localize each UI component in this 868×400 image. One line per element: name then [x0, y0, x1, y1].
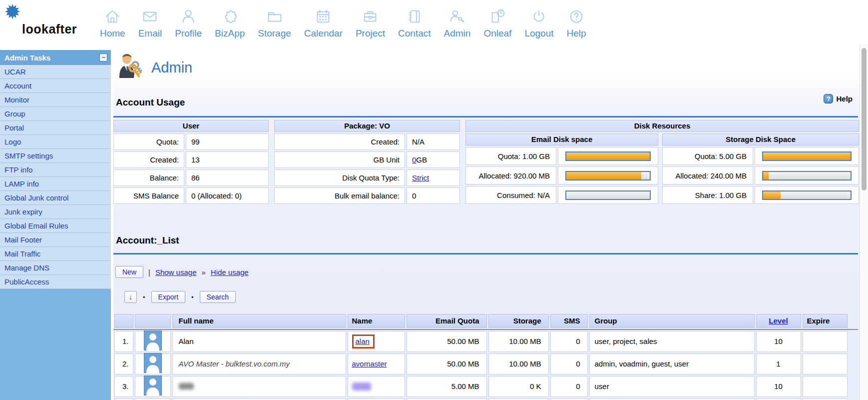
top-bar: lookafter Home Email Profile BizApp Stor…	[0, 0, 868, 46]
nav-contact[interactable]: Contact	[396, 4, 433, 40]
col-storage: Storage	[488, 314, 549, 328]
usage-bar	[565, 190, 651, 200]
admin-user-icon	[447, 5, 466, 26]
nav-calendar[interactable]: Calendar	[302, 4, 345, 40]
usage-bar	[565, 171, 651, 180]
help-link[interactable]: ? Help	[824, 94, 853, 104]
briefcase-icon	[361, 5, 380, 26]
nav-help[interactable]: Help	[565, 4, 588, 40]
home-icon	[103, 5, 122, 26]
hide-usage-link[interactable]: Hide usage	[211, 268, 249, 276]
account-list-heading: Account:_List	[116, 235, 179, 246]
profile-icon	[179, 5, 198, 26]
vertical-scrollbar[interactable]	[860, 44, 868, 400]
calendar-icon	[314, 5, 333, 26]
account-link-alan[interactable]: alan	[356, 337, 370, 346]
nav-home[interactable]: Home	[98, 4, 127, 40]
sidebar-item-publicaccess[interactable]: PublicAccess	[0, 275, 111, 289]
scrollbar-thumb[interactable]	[862, 48, 867, 190]
sidebar-item-ucar[interactable]: UCAR	[0, 65, 111, 79]
nav-profile[interactable]: Profile	[173, 4, 204, 40]
sidebar-item-manage-dns[interactable]: Manage DNS	[0, 261, 111, 275]
col-sms: SMS	[550, 314, 588, 328]
usage-row: Quota: 99	[113, 134, 269, 150]
export-button[interactable]: Export	[151, 291, 185, 303]
disk-row: Consumed: N/A	[465, 186, 658, 204]
sort-button[interactable]: ↓	[124, 291, 137, 303]
account-link-avomaster[interactable]: avomaster	[352, 360, 387, 368]
user-avatar	[144, 330, 162, 352]
strict-link[interactable]: Strict	[412, 174, 429, 182]
list-actions: ↓ • Export • Search	[124, 291, 236, 303]
list-toolbar: New | Show usage » Hide usage	[115, 266, 249, 278]
power-icon	[529, 5, 548, 26]
address-book-icon	[405, 5, 424, 26]
col-expire: Expire	[803, 314, 848, 328]
package-usage-group: Package: VO Created: N/A GB Unit 0 GB Di…	[274, 120, 460, 204]
email-disk-group: Email Disk space Quota: 1.00 GB Allocate…	[465, 134, 658, 204]
search-button[interactable]: Search	[200, 291, 236, 303]
sidebar-item-mail-footer[interactable]: Mail Footer	[0, 233, 111, 247]
nav-bizapp[interactable]: BizApp	[213, 4, 247, 40]
gb-unit-link[interactable]: 0	[412, 156, 416, 164]
sidebar-item-global-junk-control[interactable]: Global Junk control	[0, 191, 111, 205]
collapse-icon[interactable]: −	[99, 54, 107, 62]
page-header: Admin	[117, 53, 192, 82]
usage-row: Bulk email balance: 0	[274, 188, 460, 204]
main-nav: Home Email Profile BizApp Storage Calend…	[98, 4, 588, 40]
nav-storage[interactable]: Storage	[256, 4, 293, 40]
sidebar-filler	[0, 289, 111, 400]
divider-rule	[113, 253, 858, 254]
nav-onleaf[interactable]: Onleaf	[481, 4, 513, 40]
user-avatar	[144, 376, 162, 397]
sidebar-item-junk-expiry[interactable]: Junk expiry	[0, 205, 111, 219]
user-usage-group: User Quota: 99 Created: 13 Balance: 86 S…	[113, 120, 269, 204]
usage-bar	[565, 152, 651, 161]
nav-email[interactable]: Email	[136, 4, 164, 40]
sidebar-header: Admin Tasks −	[0, 50, 111, 65]
main-content: Admin Account Usage ? Help User Quota: 9…	[113, 46, 860, 400]
sidebar-item-account[interactable]: Account	[0, 79, 111, 93]
sidebar-item-portal[interactable]: Portal	[0, 121, 111, 135]
account-usage-heading: Account Usage	[116, 97, 185, 108]
redacted-account-link[interactable]	[352, 382, 371, 390]
question-circle-icon	[567, 5, 586, 26]
sidebar-item-group[interactable]: Group	[0, 107, 111, 121]
usage-row: Created: 13	[113, 152, 269, 168]
col-name: Name	[348, 314, 405, 328]
disk-row: Quota: 1.00 GB	[465, 147, 658, 165]
show-usage-link[interactable]: Show usage	[155, 268, 197, 276]
usage-bar	[762, 171, 851, 180]
disk-row: Share: 1.00 GB	[662, 186, 859, 204]
col-group: Group	[589, 314, 755, 328]
user-avatar	[144, 353, 162, 374]
col-level: Level	[756, 314, 801, 328]
user-group-header: User	[113, 120, 269, 132]
level-sort-link[interactable]: Level	[769, 316, 788, 325]
sidebar-title: Admin Tasks	[4, 54, 50, 62]
redacted-full-name	[179, 383, 194, 390]
col-full-name: Full name	[172, 314, 346, 328]
account-list-table: Full name Name Email Quota Storage SMS G…	[113, 313, 858, 400]
nav-project[interactable]: Project	[354, 4, 387, 40]
page-title: Admin	[151, 60, 192, 76]
email-icon	[140, 5, 159, 26]
sidebar-item-ftp-info[interactable]: FTP info	[0, 163, 111, 177]
table-row: 1. Alan alan 50.00 MB 10.00 MB 0 user, p…	[113, 330, 858, 352]
table-row: 3. 5.00 MB 0 K 0 user 10	[113, 375, 858, 398]
sidebar-item-monitor[interactable]: Monitor	[0, 93, 111, 107]
document-clock-icon	[488, 5, 507, 26]
nav-admin[interactable]: Admin	[442, 4, 473, 40]
sidebar-item-smtp-settings[interactable]: SMTP settings	[0, 149, 111, 163]
sidebar-item-global-email-rules[interactable]: Global Email Rules	[0, 219, 111, 233]
new-button[interactable]: New	[115, 266, 143, 278]
storage-disk-group: Storage Disk Space Quota: 5.00 GB Alloca…	[662, 134, 859, 204]
nav-logout[interactable]: Logout	[522, 4, 555, 40]
storage-disk-header: Storage Disk Space	[662, 134, 859, 146]
sidebar-item-lamp-info[interactable]: LAMP info	[0, 177, 111, 191]
account-usage-panel: User Quota: 99 Created: 13 Balance: 86 S…	[113, 120, 859, 204]
sidebar-item-logo[interactable]: Logo	[0, 135, 111, 149]
help-question-icon: ?	[824, 94, 833, 104]
sidebar-item-mail-traffic[interactable]: Mail Traffic	[0, 247, 111, 261]
admin-user-key-icon	[117, 53, 142, 82]
